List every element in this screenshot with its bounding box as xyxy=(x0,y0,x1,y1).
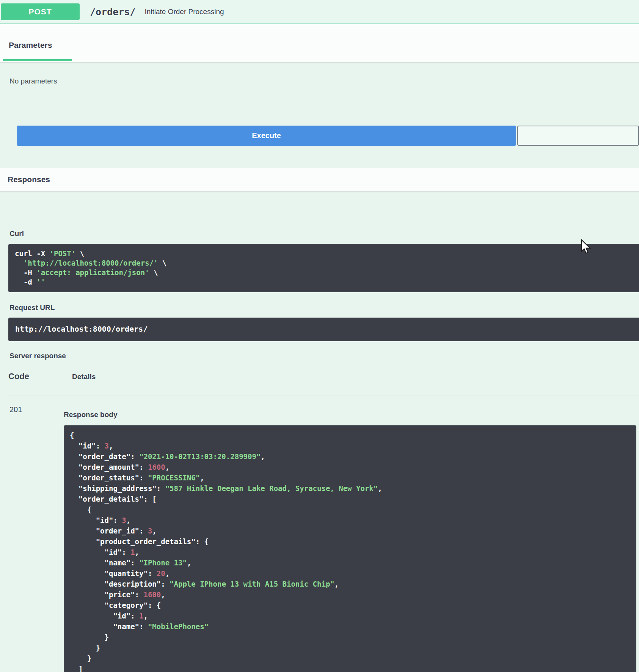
execute-button[interactable]: Execute xyxy=(17,126,516,146)
execute-row: Execute xyxy=(17,126,639,146)
response-code: 201 xyxy=(0,405,64,672)
response-body-label: Response body xyxy=(64,411,639,419)
no-parameters-text: No parameters xyxy=(9,77,639,85)
code-column-header: Code xyxy=(8,371,72,381)
tab-parameters[interactable]: Parameters xyxy=(0,24,52,62)
response-body-json: { "id": 3, "order_date": "2021-10-02T13:… xyxy=(64,425,636,672)
divider xyxy=(8,395,639,395)
request-url-label: Request URL xyxy=(9,304,639,312)
request-url-text: http://localhost:8000/orders/ xyxy=(15,324,148,334)
response-details-cell: Response body { "id": 3, "order_date": "… xyxy=(64,405,639,672)
clear-button[interactable] xyxy=(517,126,639,146)
swagger-operation-panel: POST /orders/ Initiate Order Processing … xyxy=(0,0,639,672)
endpoint-path: /orders/ xyxy=(90,6,135,17)
response-table-header: Code Details xyxy=(8,371,639,381)
responses-title: Responses xyxy=(8,175,50,184)
responses-section-header: Responses xyxy=(0,168,639,192)
curl-command: curl -X 'POST' \ 'http://localhost:8000/… xyxy=(8,244,639,292)
server-response-label: Server response xyxy=(9,352,639,360)
tab-parameters-label: Parameters xyxy=(9,41,52,49)
endpoint-summary: Initiate Order Processing xyxy=(144,8,224,16)
operation-header[interactable]: POST /orders/ Initiate Order Processing xyxy=(0,0,639,24)
curl-label: Curl xyxy=(9,230,639,238)
active-tab-indicator xyxy=(3,59,72,61)
responses-body: Curl curl -X 'POST' \ 'http://localhost:… xyxy=(0,192,639,672)
details-column-header: Details xyxy=(72,373,96,381)
method-badge: POST xyxy=(1,3,80,20)
response-row: 201 Response body { "id": 3, "order_date… xyxy=(0,405,639,672)
parameters-body: No parameters Execute xyxy=(0,77,639,146)
parameters-section-header: Parameters xyxy=(0,24,639,63)
request-url-value: http://localhost:8000/orders/ xyxy=(8,318,639,341)
